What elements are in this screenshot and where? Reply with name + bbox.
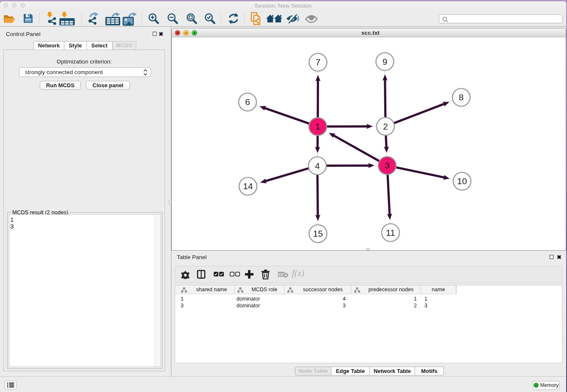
svg-text:8: 8 — [459, 92, 464, 102]
svg-text:11: 11 — [386, 228, 395, 237]
svg-text:14: 14 — [243, 181, 253, 191]
svg-text:6: 6 — [245, 97, 250, 107]
svg-text:7: 7 — [316, 57, 321, 67]
svg-text:10: 10 — [457, 176, 467, 186]
svg-text:1: 1 — [315, 121, 320, 131]
svg-text:15: 15 — [313, 229, 323, 238]
svg-text:3: 3 — [385, 160, 390, 170]
svg-text:4: 4 — [315, 161, 320, 171]
svg-text:2: 2 — [383, 121, 388, 131]
svg-text:9: 9 — [383, 57, 388, 66]
